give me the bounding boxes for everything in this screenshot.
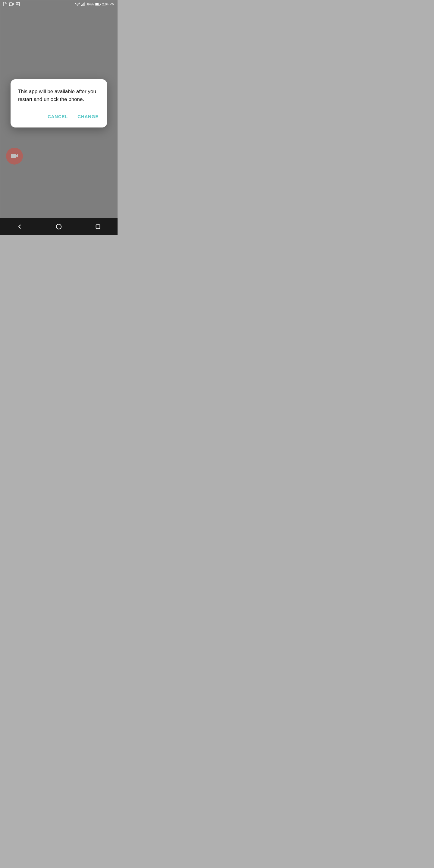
status-time: 2:04 PM xyxy=(102,2,115,6)
dialog: This app will be available after you res… xyxy=(10,79,107,127)
home-button[interactable] xyxy=(53,221,65,233)
cancel-button[interactable]: CANCEL xyxy=(46,112,69,121)
svg-rect-16 xyxy=(96,225,100,229)
battery-percentage: 64% xyxy=(87,2,94,6)
svg-rect-0 xyxy=(3,2,6,6)
svg-rect-13 xyxy=(100,4,101,5)
svg-rect-2 xyxy=(16,2,20,6)
video-icon xyxy=(9,2,14,6)
image-icon xyxy=(16,2,20,6)
svg-rect-12 xyxy=(96,3,98,5)
svg-point-4 xyxy=(77,5,78,6)
back-button[interactable] xyxy=(13,221,26,233)
svg-rect-9 xyxy=(84,3,84,6)
svg-rect-7 xyxy=(82,5,82,6)
dialog-buttons: CANCEL CHANGE xyxy=(18,112,100,121)
battery-icon xyxy=(95,2,101,6)
status-bar-left xyxy=(3,2,20,7)
doc-icon xyxy=(3,2,7,7)
svg-rect-10 xyxy=(85,2,86,6)
dialog-message: This app will be available after you res… xyxy=(18,88,100,103)
svg-rect-1 xyxy=(9,3,12,6)
recents-button[interactable] xyxy=(92,221,104,233)
signal-icon xyxy=(81,2,86,6)
wifi-icon xyxy=(75,2,80,6)
svg-rect-8 xyxy=(83,4,84,6)
svg-point-15 xyxy=(56,224,61,229)
status-bar-right: 64% 2:04 PM xyxy=(75,2,115,6)
svg-point-3 xyxy=(17,3,18,4)
change-button[interactable]: CHANGE xyxy=(76,112,100,121)
navigation-bar xyxy=(0,218,118,235)
